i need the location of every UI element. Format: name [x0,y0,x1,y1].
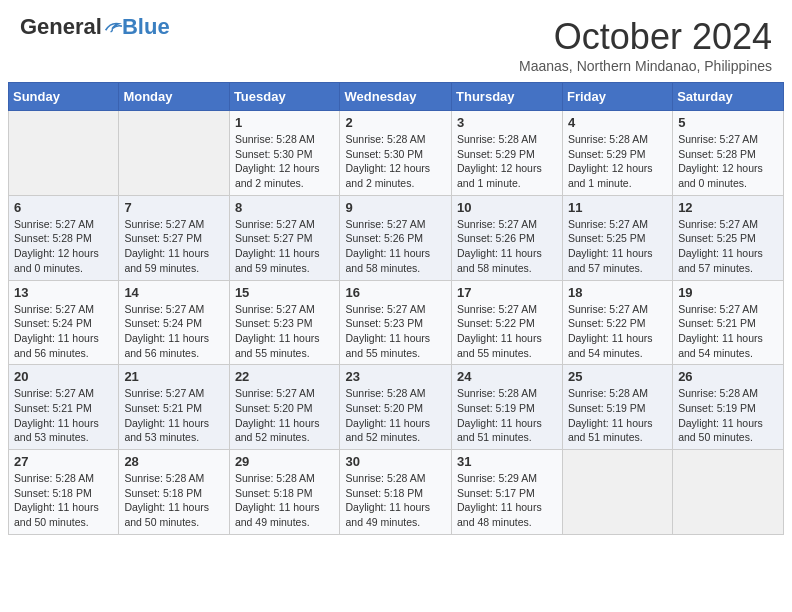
cell-sunset: Sunset: 5:20 PM [345,402,423,414]
cell-daylight: Daylight: 11 hours and 55 minutes. [457,332,542,359]
cell-sunrise: Sunrise: 5:27 AM [235,387,315,399]
cell-sunrise: Sunrise: 5:27 AM [457,218,537,230]
cell-daylight: Daylight: 12 hours and 2 minutes. [345,162,430,189]
calendar-cell: 2 Sunrise: 5:28 AM Sunset: 5:30 PM Dayli… [340,111,452,196]
calendar-cell: 9 Sunrise: 5:27 AM Sunset: 5:26 PM Dayli… [340,195,452,280]
cell-sunset: Sunset: 5:18 PM [345,487,423,499]
calendar-cell: 30 Sunrise: 5:28 AM Sunset: 5:18 PM Dayl… [340,450,452,535]
cell-daylight: Daylight: 11 hours and 49 minutes. [345,501,430,528]
calendar-cell: 13 Sunrise: 5:27 AM Sunset: 5:24 PM Dayl… [9,280,119,365]
cell-daylight: Daylight: 11 hours and 50 minutes. [14,501,99,528]
calendar-week-3: 20 Sunrise: 5:27 AM Sunset: 5:21 PM Dayl… [9,365,784,450]
calendar-table: Sunday Monday Tuesday Wednesday Thursday… [8,82,784,535]
calendar-cell: 24 Sunrise: 5:28 AM Sunset: 5:19 PM Dayl… [452,365,563,450]
cell-sunrise: Sunrise: 5:27 AM [124,387,204,399]
day-number: 11 [568,200,667,215]
cell-sunset: Sunset: 5:29 PM [457,148,535,160]
cell-daylight: Daylight: 11 hours and 57 minutes. [678,247,763,274]
cell-sunset: Sunset: 5:19 PM [568,402,646,414]
col-tuesday: Tuesday [229,83,340,111]
cell-sunset: Sunset: 5:20 PM [235,402,313,414]
cell-sunset: Sunset: 5:25 PM [568,232,646,244]
page-header: General Blue October 2024 Maanas, Northe… [0,0,792,82]
day-number: 9 [345,200,446,215]
calendar-cell [562,450,672,535]
cell-sunrise: Sunrise: 5:28 AM [14,472,94,484]
calendar-cell: 12 Sunrise: 5:27 AM Sunset: 5:25 PM Dayl… [673,195,784,280]
day-number: 25 [568,369,667,384]
cell-daylight: Daylight: 11 hours and 51 minutes. [457,417,542,444]
calendar-cell: 5 Sunrise: 5:27 AM Sunset: 5:28 PM Dayli… [673,111,784,196]
cell-daylight: Daylight: 11 hours and 50 minutes. [124,501,209,528]
calendar-cell: 16 Sunrise: 5:27 AM Sunset: 5:23 PM Dayl… [340,280,452,365]
cell-sunset: Sunset: 5:24 PM [124,317,202,329]
cell-sunrise: Sunrise: 5:28 AM [568,133,648,145]
cell-sunset: Sunset: 5:30 PM [235,148,313,160]
cell-daylight: Daylight: 12 hours and 0 minutes. [14,247,99,274]
calendar-cell: 21 Sunrise: 5:27 AM Sunset: 5:21 PM Dayl… [119,365,229,450]
calendar-cell: 7 Sunrise: 5:27 AM Sunset: 5:27 PM Dayli… [119,195,229,280]
logo-general-text: General [20,16,102,38]
day-number: 16 [345,285,446,300]
cell-sunset: Sunset: 5:21 PM [14,402,92,414]
cell-sunset: Sunset: 5:26 PM [457,232,535,244]
cell-sunset: Sunset: 5:28 PM [14,232,92,244]
cell-sunset: Sunset: 5:18 PM [14,487,92,499]
cell-sunrise: Sunrise: 5:28 AM [568,387,648,399]
cell-daylight: Daylight: 12 hours and 2 minutes. [235,162,320,189]
calendar-week-1: 6 Sunrise: 5:27 AM Sunset: 5:28 PM Dayli… [9,195,784,280]
calendar-cell: 19 Sunrise: 5:27 AM Sunset: 5:21 PM Dayl… [673,280,784,365]
cell-daylight: Daylight: 11 hours and 54 minutes. [678,332,763,359]
calendar-cell: 27 Sunrise: 5:28 AM Sunset: 5:18 PM Dayl… [9,450,119,535]
cell-daylight: Daylight: 11 hours and 58 minutes. [457,247,542,274]
month-title: October 2024 [519,16,772,58]
col-monday: Monday [119,83,229,111]
cell-sunset: Sunset: 5:28 PM [678,148,756,160]
calendar-cell: 31 Sunrise: 5:29 AM Sunset: 5:17 PM Dayl… [452,450,563,535]
day-number: 2 [345,115,446,130]
cell-sunrise: Sunrise: 5:28 AM [235,472,315,484]
cell-daylight: Daylight: 11 hours and 58 minutes. [345,247,430,274]
cell-daylight: Daylight: 11 hours and 48 minutes. [457,501,542,528]
day-number: 18 [568,285,667,300]
cell-sunrise: Sunrise: 5:27 AM [678,133,758,145]
cell-daylight: Daylight: 11 hours and 51 minutes. [568,417,653,444]
cell-sunset: Sunset: 5:23 PM [235,317,313,329]
cell-sunset: Sunset: 5:22 PM [568,317,646,329]
calendar-cell: 18 Sunrise: 5:27 AM Sunset: 5:22 PM Dayl… [562,280,672,365]
cell-daylight: Daylight: 11 hours and 50 minutes. [678,417,763,444]
day-number: 3 [457,115,557,130]
cell-sunset: Sunset: 5:22 PM [457,317,535,329]
col-friday: Friday [562,83,672,111]
calendar-cell [119,111,229,196]
day-number: 8 [235,200,335,215]
cell-sunrise: Sunrise: 5:27 AM [568,218,648,230]
calendar-week-4: 27 Sunrise: 5:28 AM Sunset: 5:18 PM Dayl… [9,450,784,535]
calendar-cell: 26 Sunrise: 5:28 AM Sunset: 5:19 PM Dayl… [673,365,784,450]
cell-sunset: Sunset: 5:27 PM [235,232,313,244]
calendar-header: Sunday Monday Tuesday Wednesday Thursday… [9,83,784,111]
calendar-cell: 14 Sunrise: 5:27 AM Sunset: 5:24 PM Dayl… [119,280,229,365]
cell-sunrise: Sunrise: 5:28 AM [457,387,537,399]
cell-sunrise: Sunrise: 5:27 AM [457,303,537,315]
calendar-cell: 20 Sunrise: 5:27 AM Sunset: 5:21 PM Dayl… [9,365,119,450]
cell-daylight: Daylight: 11 hours and 55 minutes. [345,332,430,359]
cell-sunset: Sunset: 5:25 PM [678,232,756,244]
cell-sunrise: Sunrise: 5:27 AM [568,303,648,315]
cell-sunset: Sunset: 5:29 PM [568,148,646,160]
calendar-cell: 4 Sunrise: 5:28 AM Sunset: 5:29 PM Dayli… [562,111,672,196]
calendar-cell: 28 Sunrise: 5:28 AM Sunset: 5:18 PM Dayl… [119,450,229,535]
day-number: 17 [457,285,557,300]
logo-blue-text: Blue [122,16,170,38]
cell-sunset: Sunset: 5:24 PM [14,317,92,329]
day-number: 1 [235,115,335,130]
day-number: 14 [124,285,223,300]
cell-sunrise: Sunrise: 5:29 AM [457,472,537,484]
calendar-cell [673,450,784,535]
col-sunday: Sunday [9,83,119,111]
cell-sunrise: Sunrise: 5:28 AM [345,387,425,399]
cell-sunset: Sunset: 5:26 PM [345,232,423,244]
calendar-container: Sunday Monday Tuesday Wednesday Thursday… [0,82,792,545]
cell-sunset: Sunset: 5:21 PM [678,317,756,329]
day-number: 20 [14,369,113,384]
